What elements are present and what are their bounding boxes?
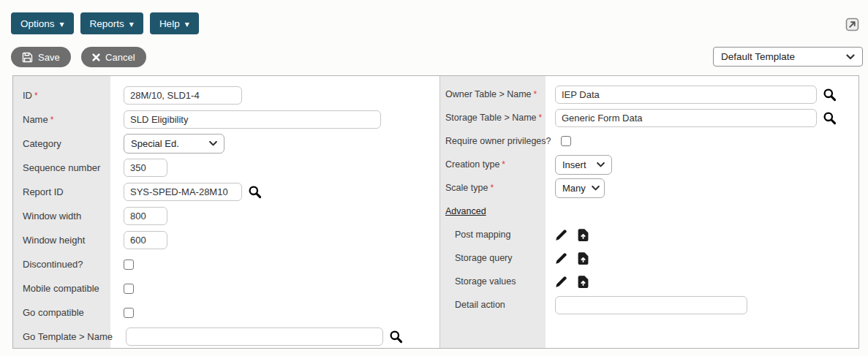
window-height-input[interactable]: [124, 231, 167, 249]
search-icon[interactable]: [389, 330, 403, 344]
search-icon[interactable]: [823, 88, 837, 102]
form-row: Go Template > Name: [13, 325, 439, 349]
form-row: Scale typeMany: [440, 176, 858, 200]
open-in-new-window-icon[interactable]: [845, 18, 859, 31]
window-width-field: [110, 207, 439, 225]
options-menu-label: Options: [20, 18, 55, 29]
field-label-text: Go Template > Name: [23, 331, 113, 342]
help-menu-button[interactable]: Help: [150, 12, 199, 34]
form-right-column: Owner Table > NameStorage Table > NameRe…: [439, 76, 858, 348]
field-label-text: Name: [23, 114, 48, 125]
advanced-link[interactable]: Advanced: [440, 206, 546, 216]
field-label-text: Require owner privileges?: [445, 136, 551, 146]
action-bar: Save Cancel Default Template: [11, 47, 863, 67]
detail-action-input[interactable]: [555, 296, 747, 314]
category-label: Category: [13, 138, 110, 149]
form-panel: IDNameCategorySpecial Ed.Sequence number…: [12, 75, 859, 349]
field-label-text: ID: [23, 90, 32, 101]
field-label-text: Report ID: [23, 186, 64, 197]
post-mapping-label: Post mapping: [440, 230, 546, 240]
creation-type-label: Creation type: [440, 159, 546, 170]
discontinued-checkbox[interactable]: [124, 260, 134, 270]
field-label-text: Owner Table > Name: [445, 89, 532, 99]
name-label: Name: [13, 114, 110, 125]
storage-table-name-label: Storage Table > Name: [440, 113, 546, 123]
form-row: Post mapping: [440, 223, 858, 246]
creation-type-select[interactable]: Insert: [555, 155, 612, 175]
form-row: CategorySpecial Ed.: [13, 132, 439, 156]
options-menu-button[interactable]: Options: [11, 12, 74, 34]
form-row: Name: [13, 107, 439, 132]
name-input[interactable]: [124, 110, 381, 129]
go-template-name-field: [113, 327, 439, 346]
discontinued-field: [110, 260, 439, 270]
go-template-name-input[interactable]: [126, 327, 383, 346]
sequence-number-input[interactable]: [124, 159, 167, 177]
upload-file-icon[interactable]: [578, 276, 589, 288]
caret-down-icon: [185, 18, 189, 29]
field-label-text: Window height: [23, 235, 85, 246]
edit-pencil-icon[interactable]: [555, 229, 567, 241]
go-compatible-checkbox[interactable]: [124, 308, 134, 318]
menu-bar: Options Reports Help: [11, 12, 199, 34]
window-width-input[interactable]: [124, 207, 167, 225]
field-label-text: Category: [23, 138, 61, 149]
category-field: Special Ed.: [110, 134, 439, 154]
required-asterisk: [488, 183, 494, 193]
id-input[interactable]: [124, 86, 242, 105]
mobile-compatible-label: Mobile compatible: [13, 283, 110, 294]
save-button[interactable]: Save: [11, 47, 71, 67]
category-select[interactable]: Special Ed.: [124, 134, 224, 154]
search-icon[interactable]: [248, 185, 262, 199]
required-asterisk: [499, 159, 505, 170]
creation-type-field: Insert: [546, 155, 858, 175]
form-left-column: IDNameCategorySpecial Ed.Sequence number…: [13, 76, 439, 348]
detail-action-field: [546, 296, 858, 314]
field-label-text: Storage values: [455, 276, 516, 287]
scale-type-select-value: Many: [562, 183, 586, 194]
require-owner-privileges-label: Require owner privileges?: [440, 136, 551, 146]
scale-type-select[interactable]: Many: [555, 178, 605, 198]
field-label-text: Sequence number: [23, 162, 100, 173]
field-label-text: Creation type: [445, 159, 499, 170]
owner-table-name-label: Owner Table > Name: [440, 89, 546, 99]
form-row: Detail action: [440, 293, 858, 317]
cancel-label: Cancel: [105, 52, 135, 63]
form-row: Go compatible: [13, 300, 439, 325]
name-field: [110, 110, 439, 129]
go-compatible-field: [110, 308, 439, 318]
chevron-down-icon: [597, 162, 605, 167]
field-label-text: Storage Table > Name: [445, 113, 537, 123]
storage-table-name-field: [546, 109, 858, 127]
search-icon[interactable]: [823, 111, 837, 125]
form-row: Window width: [13, 204, 439, 228]
field-label-text: Advanced: [445, 206, 486, 216]
form-row: ID: [13, 83, 439, 107]
owner-table-name-input[interactable]: [555, 86, 817, 104]
edit-pencil-icon[interactable]: [555, 252, 567, 265]
upload-file-icon[interactable]: [578, 229, 589, 241]
template-select-value: Default Template: [721, 51, 795, 62]
report-id-input[interactable]: [124, 183, 242, 201]
required-asterisk: [537, 113, 543, 123]
storage-table-name-input[interactable]: [555, 109, 817, 127]
help-menu-label: Help: [159, 18, 180, 29]
cancel-button[interactable]: Cancel: [81, 47, 146, 67]
field-label-text: Post mapping: [455, 230, 510, 240]
form-row: Sequence number: [13, 156, 439, 180]
caret-down-icon: [60, 18, 64, 29]
require-owner-privileges-checkbox[interactable]: [561, 136, 571, 146]
edit-pencil-icon[interactable]: [555, 276, 567, 288]
field-label-text: Storage query: [455, 253, 513, 263]
form-row: Discontinued?: [13, 252, 439, 276]
storage-values-label: Storage values: [440, 276, 546, 287]
form-row: Advanced: [440, 200, 858, 223]
sequence-number-label: Sequence number: [13, 162, 110, 173]
caret-down-icon: [129, 18, 134, 29]
upload-file-icon[interactable]: [578, 252, 589, 265]
template-select[interactable]: Default Template: [713, 47, 863, 67]
mobile-compatible-checkbox[interactable]: [124, 284, 134, 294]
reports-menu-button[interactable]: Reports: [80, 12, 143, 34]
post-mapping-field: [546, 229, 858, 241]
form-row: Report ID: [13, 180, 439, 204]
